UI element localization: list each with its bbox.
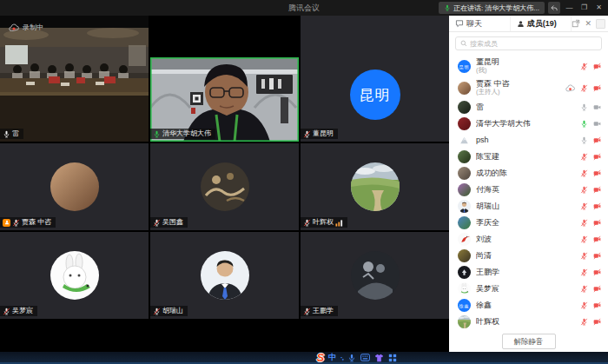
skin-icon[interactable]	[374, 354, 384, 362]
maximize-button[interactable]: ❐	[578, 2, 590, 14]
member-status-icons	[580, 268, 601, 276]
mic-icon	[580, 63, 588, 70]
video-tile[interactable]: 贾森 中咨	[0, 143, 149, 230]
camera-icon	[593, 120, 601, 128]
main-area: 录制中 雷 清华大学胡大	[0, 16, 608, 352]
member-name: 董昆明	[476, 58, 575, 67]
tile-name: 清华大学胡大伟	[162, 130, 211, 137]
member-name: 陈宝建	[476, 153, 575, 162]
video-tile[interactable]: 吴梦宸	[0, 232, 149, 319]
avatar: 徐鑫	[458, 299, 471, 312]
taskbar: S 中 ·,	[0, 352, 608, 364]
search-input[interactable]	[470, 40, 597, 48]
sogou-logo-icon[interactable]: S	[316, 352, 324, 363]
close-panel-icon[interactable]: ✕	[585, 20, 591, 28]
member-row[interactable]: 刘波	[449, 231, 608, 248]
member-info: 贾森 中咨(主持人)	[476, 80, 560, 96]
member-info: 付海英	[476, 186, 575, 195]
banner-collapse-button[interactable]	[548, 2, 560, 14]
signal-icon	[335, 219, 343, 227]
speaking-banner-text: 正在讲话: 清华大学胡大伟...	[453, 3, 539, 13]
tab-members-label: 成员(19)	[527, 18, 557, 30]
mic-icon	[303, 308, 311, 315]
symbols-icon[interactable]: ·,	[340, 354, 343, 361]
member-row[interactable]: 雷	[449, 99, 608, 116]
member-name: 清华大学胡大伟	[476, 120, 575, 129]
member-row[interactable]: 成功的陈	[449, 165, 608, 182]
camera-icon	[593, 285, 601, 293]
member-row[interactable]: 王鹏学	[449, 264, 608, 281]
member-status-icons	[580, 63, 601, 70]
member-role: (主持人)	[476, 89, 560, 96]
tile-name-label: 胡瑞山	[150, 306, 188, 316]
reply-arrow-icon	[550, 3, 558, 12]
video-tile[interactable]: 吴国鑫	[150, 143, 299, 230]
keyboard-icon[interactable]	[360, 354, 370, 361]
member-row[interactable]: 李庆全	[449, 215, 608, 231]
member-status-icons	[565, 84, 601, 92]
close-button[interactable]: ✕	[593, 2, 605, 14]
tile-name: 王鹏学	[313, 308, 334, 314]
member-row[interactable]: 清华大学胡大伟	[449, 116, 608, 132]
member-row[interactable]: 昆明董昆明(我)	[449, 56, 608, 77]
mic-icon	[580, 268, 588, 276]
video-tile[interactable]: 胡瑞山	[150, 232, 299, 319]
tab-members[interactable]: 成员(19)	[511, 16, 572, 31]
mic-icon	[580, 202, 588, 210]
member-status-icons	[580, 285, 601, 293]
panel-footer: 解除静音	[449, 331, 608, 352]
member-row[interactable]: 付海英	[449, 182, 608, 198]
tile-name-label: 清华大学胡大伟	[150, 129, 215, 139]
member-status-icons	[580, 219, 601, 227]
tab-chat[interactable]: 聊天	[449, 16, 511, 31]
member-status-icons	[580, 186, 601, 194]
member-info: 陈宝建	[476, 153, 575, 162]
member-info: 成功的陈	[476, 169, 575, 178]
member-info: 清华大学胡大伟	[476, 120, 575, 129]
member-name: 徐鑫	[476, 301, 575, 310]
video-tile[interactable]: 清华大学胡大伟	[150, 16, 299, 142]
window-titlebar[interactable]: 腾讯会议 正在讲话: 清华大学胡大伟... — ❐ ✕	[0, 0, 608, 16]
member-row[interactable]: 贾森 中咨(主持人)	[449, 77, 608, 99]
members-panel: 聊天 成员(19) ✕ 昆明董昆明(我)贾森 中咨(主持人)雷清华大学	[449, 16, 608, 352]
panel-menu-button[interactable]	[596, 19, 605, 29]
video-tile[interactable]: 雷	[0, 16, 149, 142]
toolbox-icon[interactable]	[388, 354, 397, 362]
member-info: psh	[476, 136, 575, 145]
avatar	[458, 134, 471, 147]
host-badge-icon	[3, 219, 10, 227]
member-info: 徐鑫	[476, 301, 575, 310]
member-row[interactable]: psh	[449, 132, 608, 149]
camera-icon	[593, 136, 601, 144]
minimize-button[interactable]: —	[564, 2, 575, 14]
unmute-all-button[interactable]: 解除静音	[502, 334, 556, 348]
avatar	[458, 101, 471, 114]
member-row[interactable]: 胡瑞山	[449, 198, 608, 215]
avatar	[458, 150, 471, 163]
recording-indicator[interactable]: 录制中	[9, 23, 43, 32]
member-row[interactable]: 陈宝建	[449, 149, 608, 165]
chinese-mode-icon[interactable]: 中	[328, 354, 336, 361]
voice-input-icon[interactable]	[347, 354, 356, 362]
popout-panel-icon[interactable]	[572, 19, 580, 28]
member-row[interactable]: 叶辉权	[449, 314, 608, 330]
search-icon	[460, 40, 467, 47]
member-row[interactable]: 徐鑫徐鑫	[449, 297, 608, 314]
tile-name: 雷	[12, 130, 19, 137]
mic-icon	[580, 235, 588, 243]
camera-icon	[593, 63, 601, 70]
tencent-meeting-window: 腾讯会议 正在讲话: 清华大学胡大伟... — ❐ ✕ 录制中	[0, 0, 608, 364]
video-tile[interactable]: 昆明董昆明	[301, 16, 449, 142]
member-row[interactable]: 尚清	[449, 248, 608, 264]
video-tile[interactable]: 叶辉权	[301, 143, 449, 230]
avatar	[351, 251, 400, 300]
panel-tabs: 聊天 成员(19) ✕	[449, 16, 608, 32]
mic-icon	[580, 153, 588, 161]
member-row[interactable]: 吴梦宸	[449, 281, 608, 297]
camera-icon	[593, 268, 601, 276]
member-status-icons	[580, 301, 601, 309]
member-status-icons	[580, 235, 601, 243]
avatar	[351, 162, 400, 211]
sogou-ime-bar: S 中 ·,	[316, 352, 397, 363]
video-tile[interactable]: 王鹏学	[301, 232, 449, 319]
